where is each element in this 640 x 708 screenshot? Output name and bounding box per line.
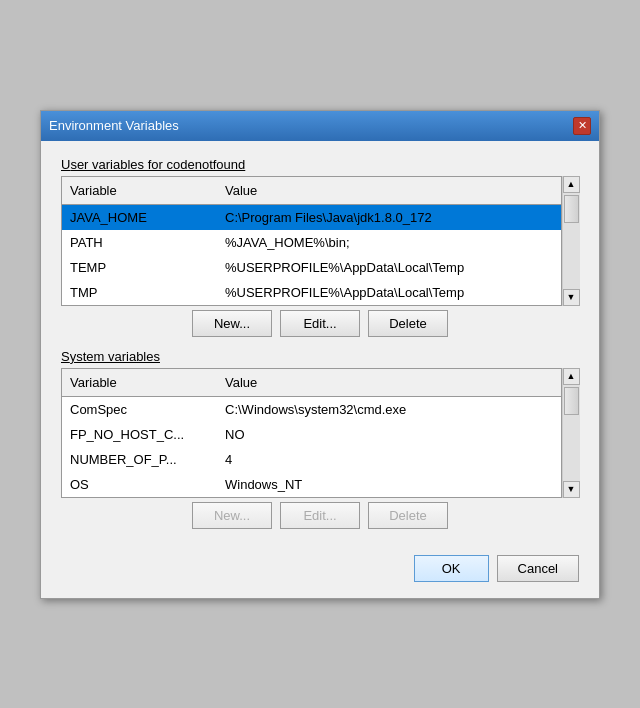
row-value: 4: [217, 450, 561, 469]
row-variable: TMP: [62, 283, 217, 302]
scroll-down-arrow[interactable]: ▼: [563, 481, 580, 498]
user-variables-table: Variable Value JAVA_HOME C:\Program File…: [61, 176, 562, 306]
user-edit-button[interactable]: Edit...: [280, 310, 360, 337]
system-variables-section: System variables Variable Value ComSpec …: [61, 349, 579, 529]
dialog-title: Environment Variables: [49, 118, 179, 133]
user-table-rows: JAVA_HOME C:\Program Files\Java\jdk1.8.0…: [62, 205, 561, 305]
row-value: %USERPROFILE%\AppData\Local\Temp: [217, 258, 561, 277]
row-value: C:\Program Files\Java\jdk1.8.0_172: [217, 208, 561, 227]
row-variable: NUMBER_OF_P...: [62, 450, 217, 469]
row-variable: PATH: [62, 233, 217, 252]
system-section-label: System variables: [61, 349, 579, 364]
user-buttons-row: New... Edit... Delete: [61, 310, 579, 337]
scroll-track[interactable]: [563, 385, 580, 481]
scroll-track[interactable]: [563, 193, 580, 289]
system-variables-table: Variable Value ComSpec C:\Windows\system…: [61, 368, 562, 498]
table-row[interactable]: FP_NO_HOST_C... NO: [62, 422, 561, 447]
table-row[interactable]: NUMBER_OF_P... 4: [62, 447, 561, 472]
row-variable: TEMP: [62, 258, 217, 277]
table-row[interactable]: OS Windows_NT: [62, 472, 561, 497]
row-value: %USERPROFILE%\AppData\Local\Temp: [217, 283, 561, 302]
ok-button[interactable]: OK: [414, 555, 489, 582]
row-value: Windows_NT: [217, 475, 561, 494]
user-col-value-header: Value: [217, 181, 561, 200]
row-variable: ComSpec: [62, 400, 217, 419]
table-row[interactable]: ComSpec C:\Windows\system32\cmd.exe: [62, 397, 561, 422]
user-new-button[interactable]: New...: [192, 310, 272, 337]
user-section-label: User variables for codenotfound: [61, 157, 579, 172]
user-table-header: Variable Value: [62, 177, 561, 205]
close-button[interactable]: ✕: [573, 117, 591, 135]
system-edit-button[interactable]: Edit...: [280, 502, 360, 529]
scroll-down-arrow[interactable]: ▼: [563, 289, 580, 306]
user-delete-button[interactable]: Delete: [368, 310, 448, 337]
user-variables-table-wrapper: Variable Value JAVA_HOME C:\Program File…: [61, 176, 579, 306]
system-variables-table-wrapper: Variable Value ComSpec C:\Windows\system…: [61, 368, 579, 498]
cancel-button[interactable]: Cancel: [497, 555, 579, 582]
system-table-container: Variable Value ComSpec C:\Windows\system…: [61, 368, 562, 498]
row-variable: JAVA_HOME: [62, 208, 217, 227]
scroll-up-arrow[interactable]: ▲: [563, 176, 580, 193]
table-row[interactable]: TMP %USERPROFILE%\AppData\Local\Temp: [62, 280, 561, 305]
table-row[interactable]: JAVA_HOME C:\Program Files\Java\jdk1.8.0…: [62, 205, 561, 230]
row-value: NO: [217, 425, 561, 444]
system-new-button[interactable]: New...: [192, 502, 272, 529]
row-variable: OS: [62, 475, 217, 494]
dialog-footer: OK Cancel: [41, 545, 599, 598]
system-col-value-header: Value: [217, 373, 561, 392]
user-variables-section: User variables for codenotfound Variable…: [61, 157, 579, 337]
system-table-scrollbar[interactable]: ▲ ▼: [562, 368, 579, 498]
system-delete-button[interactable]: Delete: [368, 502, 448, 529]
user-col-variable-header: Variable: [62, 181, 217, 200]
environment-variables-dialog: Environment Variables ✕ User variables f…: [40, 110, 600, 599]
system-table-header: Variable Value: [62, 369, 561, 397]
table-row[interactable]: PATH %JAVA_HOME%\bin;: [62, 230, 561, 255]
row-variable: FP_NO_HOST_C...: [62, 425, 217, 444]
system-col-variable-header: Variable: [62, 373, 217, 392]
system-table-rows: ComSpec C:\Windows\system32\cmd.exe FP_N…: [62, 397, 561, 497]
user-table-scrollbar[interactable]: ▲ ▼: [562, 176, 579, 306]
table-row[interactable]: TEMP %USERPROFILE%\AppData\Local\Temp: [62, 255, 561, 280]
dialog-content: User variables for codenotfound Variable…: [41, 141, 599, 545]
scroll-thumb[interactable]: [564, 387, 579, 415]
system-buttons-row: New... Edit... Delete: [61, 502, 579, 529]
title-bar: Environment Variables ✕: [41, 111, 599, 141]
user-table-container: Variable Value JAVA_HOME C:\Program File…: [61, 176, 562, 306]
row-value: %JAVA_HOME%\bin;: [217, 233, 561, 252]
scroll-thumb[interactable]: [564, 195, 579, 223]
scroll-up-arrow[interactable]: ▲: [563, 368, 580, 385]
row-value: C:\Windows\system32\cmd.exe: [217, 400, 561, 419]
